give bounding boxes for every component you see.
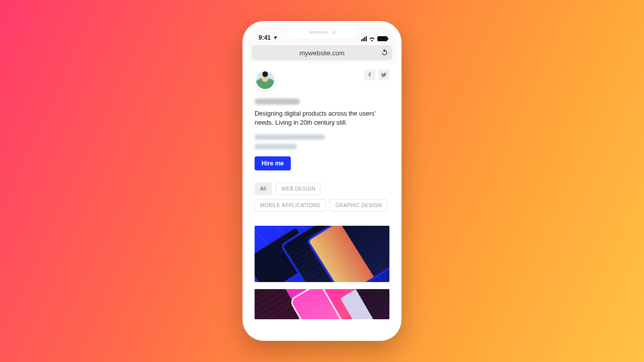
phone-frame: 9:41 mywebsite.com	[243, 21, 401, 341]
status-right	[361, 36, 387, 41]
email-placeholder	[255, 134, 325, 140]
status-left: 9:41	[259, 34, 278, 41]
avatar[interactable]	[255, 69, 276, 90]
portfolio-grid	[255, 226, 389, 319]
portfolio-card[interactable]	[255, 226, 389, 282]
battery-icon	[377, 36, 387, 41]
card-panel	[283, 226, 370, 282]
hire-button[interactable]: Hire me	[255, 156, 291, 170]
twitter-icon[interactable]	[378, 69, 389, 80]
front-camera	[332, 31, 336, 34]
card-panel	[340, 289, 389, 319]
url-text: mywebsite.com	[299, 49, 345, 57]
social-links	[364, 69, 389, 80]
cellular-icon	[361, 36, 367, 41]
tab-graphic-design[interactable]: GRAPHIC DESIGN	[330, 199, 387, 212]
location-icon	[273, 35, 278, 40]
reload-icon[interactable]	[381, 48, 388, 57]
wifi-icon	[369, 36, 375, 41]
page-content: Designing digital products across the us…	[248, 63, 396, 336]
phone-placeholder	[255, 144, 297, 149]
tab-mobile-applications[interactable]: MOBILE APPLICATIONS	[255, 199, 326, 212]
url-bar[interactable]: mywebsite.com	[252, 45, 392, 60]
bio-text: Designing digital products across the us…	[255, 109, 389, 127]
phone-screen: 9:41 mywebsite.com	[248, 26, 396, 336]
tab-web-design[interactable]: WEB DESIGN	[276, 183, 321, 195]
browser-chrome: mywebsite.com	[248, 43, 396, 63]
name-placeholder	[255, 99, 300, 105]
facebook-icon[interactable]	[364, 69, 375, 80]
speaker-slot	[309, 31, 328, 34]
gradient-backdrop: 9:41 mywebsite.com	[0, 0, 644, 362]
tab-all[interactable]: All	[255, 183, 272, 195]
status-time: 9:41	[259, 34, 271, 41]
portfolio-card[interactable]	[255, 289, 389, 319]
header-row	[255, 69, 389, 90]
filter-tabs: All WEB DESIGN MOBILE APPLICATIONS GRAPH…	[255, 183, 389, 212]
phone-notch	[287, 26, 357, 38]
